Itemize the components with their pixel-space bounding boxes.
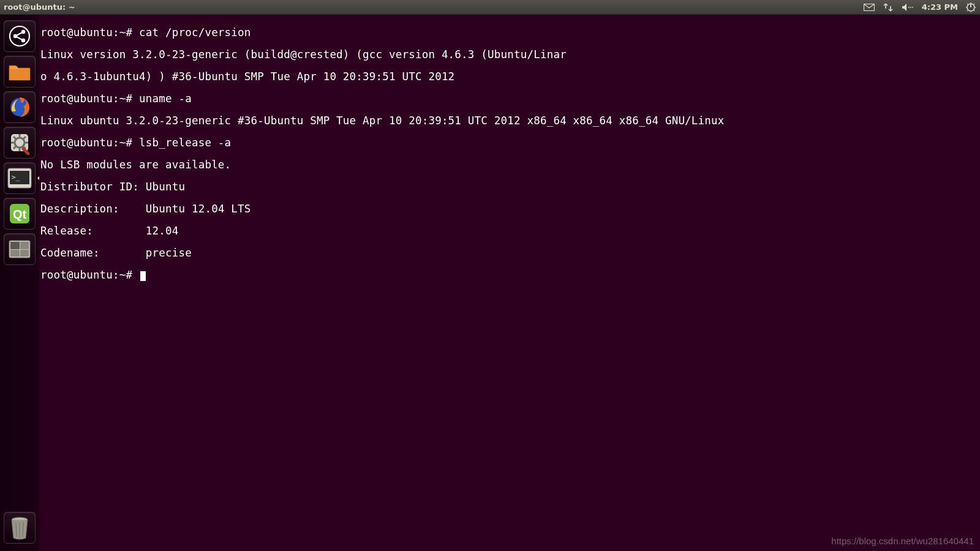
terminal-cursor — [140, 271, 146, 281]
svg-rect-9 — [9, 69, 30, 80]
svg-rect-29 — [10, 250, 20, 257]
svg-text:Qt: Qt — [13, 208, 27, 221]
clock[interactable]: 4:23 PM — [918, 2, 962, 12]
svg-point-5 — [10, 26, 29, 46]
session-indicator[interactable] — [962, 0, 980, 14]
terminal-line: Distributor ID: Ubuntu — [40, 181, 979, 192]
svg-text:>_: >_ — [12, 173, 20, 181]
terminal-line: root@ubuntu:~# uname -a — [40, 93, 979, 104]
files-icon[interactable] — [4, 56, 36, 88]
terminal-line: root@ubuntu:~# cat /proc/version — [40, 27, 979, 38]
terminal-prompt-line: root@ubuntu:~# — [40, 269, 979, 281]
sound-indicator[interactable] — [897, 0, 918, 14]
window-title: root@ubuntu: ~ — [0, 2, 75, 12]
terminal-line: o 4.6.3-1ubuntu4) ) #36-Ubuntu SMP Tue A… — [40, 71, 979, 82]
svg-rect-30 — [20, 250, 29, 257]
dash-home-icon[interactable] — [4, 20, 36, 52]
terminal-icon[interactable]: >_ — [4, 162, 36, 194]
firefox-icon[interactable] — [4, 91, 36, 123]
terminal-line: Codename: precise — [40, 247, 979, 258]
svg-point-2 — [910, 7, 911, 8]
terminal-output[interactable]: root@ubuntu:~# cat /proc/version Linux v… — [39, 15, 980, 551]
terminal-line: Linux ubuntu 3.2.0-23-generic #36-Ubuntu… — [40, 115, 979, 126]
watermark: https://blog.csdn.net/wu281640441 — [831, 536, 974, 546]
workspace-switcher-icon[interactable] — [4, 233, 36, 265]
launcher: >_ Qt — [0, 15, 39, 551]
terminal-line: Linux version 3.2.0-23-generic (buildd@c… — [40, 49, 979, 60]
svg-point-3 — [912, 7, 913, 8]
mail-indicator[interactable] — [859, 0, 879, 14]
terminal-line: root@ubuntu:~# lsb_release -a — [40, 137, 979, 148]
terminal-line: No LSB modules are available. — [40, 159, 979, 170]
qt-creator-icon[interactable]: Qt — [4, 198, 36, 230]
svg-rect-28 — [20, 242, 29, 249]
terminal-line: Description: Ubuntu 12.04 LTS — [40, 203, 979, 214]
system-settings-icon[interactable] — [4, 127, 36, 159]
top-panel: root@ubuntu: ~ 4:23 PM — [0, 0, 980, 15]
svg-rect-27 — [10, 242, 20, 249]
svg-point-1 — [908, 7, 910, 8]
trash-icon[interactable] — [4, 512, 36, 544]
terminal-line: Release: 12.04 — [40, 225, 979, 236]
terminal-prompt: root@ubuntu:~# — [40, 269, 139, 281]
network-indicator[interactable] — [879, 0, 897, 14]
